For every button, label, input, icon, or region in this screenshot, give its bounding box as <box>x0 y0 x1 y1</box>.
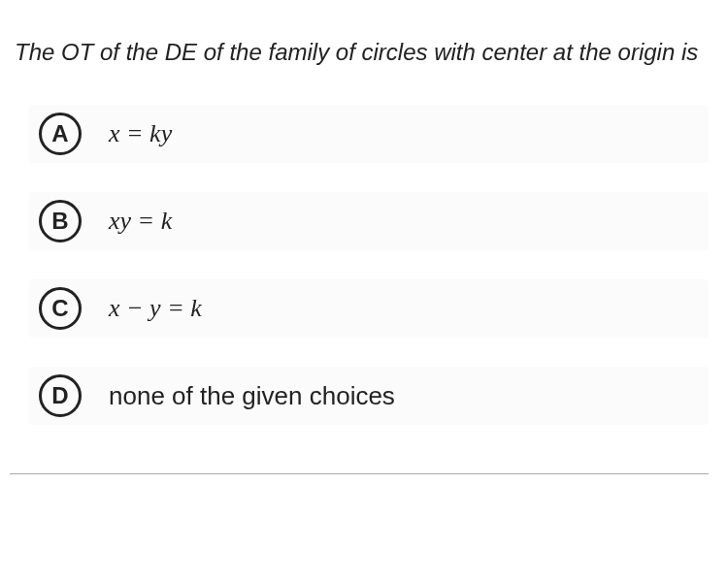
options-list: A x = ky B xy = k C x − y = k D none of … <box>10 105 709 425</box>
question-text: The OT of the DE of the family of circle… <box>10 39 709 66</box>
option-letter: A <box>39 113 82 155</box>
option-text: x − y = k <box>101 290 210 327</box>
option-letter: C <box>39 287 82 330</box>
option-text: none of the given choices <box>101 377 403 415</box>
option-d[interactable]: D none of the given choices <box>29 367 709 425</box>
option-c[interactable]: C x − y = k <box>29 279 709 338</box>
option-letter: D <box>39 374 82 417</box>
option-text: xy = k <box>101 203 180 240</box>
divider <box>10 473 709 474</box>
option-letter: B <box>39 200 82 242</box>
option-b[interactable]: B xy = k <box>29 192 709 250</box>
option-text: x = ky <box>101 115 180 152</box>
option-a[interactable]: A x = ky <box>29 105 709 163</box>
